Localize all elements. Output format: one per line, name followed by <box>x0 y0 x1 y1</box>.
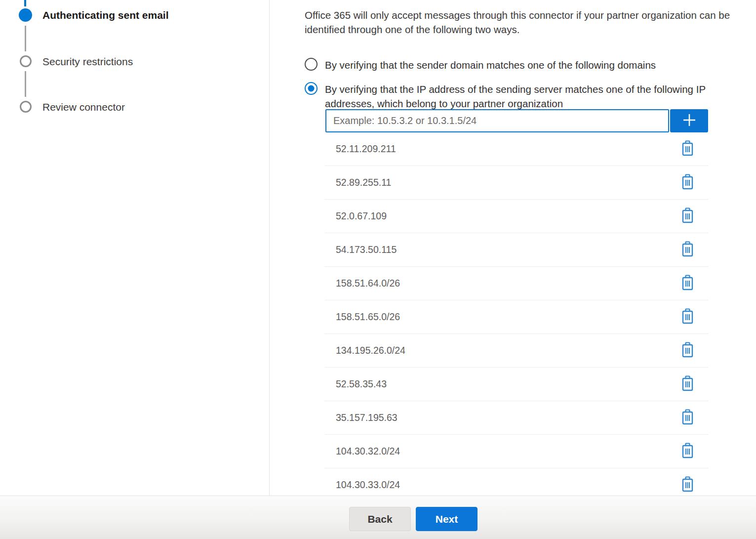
stepper-connector <box>25 26 26 51</box>
ip-value: 52.58.35.43 <box>324 378 679 390</box>
delete-ip-button[interactable] <box>679 274 696 293</box>
delete-ip-button[interactable] <box>679 476 696 495</box>
trash-icon <box>681 409 694 426</box>
ip-row: 52.58.35.43 <box>324 368 709 401</box>
step-label: Authenticating sent email <box>42 9 169 21</box>
back-button[interactable]: Back <box>349 507 411 531</box>
trash-icon <box>681 342 694 359</box>
step-upcoming-dot <box>20 55 32 67</box>
ip-row: 158.51.65.0/26 <box>324 300 709 334</box>
delete-ip-button[interactable] <box>679 375 696 394</box>
trash-icon <box>681 476 694 494</box>
ip-entry-row <box>325 109 708 132</box>
intro-text: Office 365 will only accept messages thr… <box>305 8 756 37</box>
ip-row: 52.89.255.11 <box>324 166 709 200</box>
ip-list: 52.11.209.211 52.89.255.11 <box>324 132 709 496</box>
ip-value: 104.30.33.0/24 <box>324 479 679 491</box>
ip-address-input[interactable] <box>325 109 669 132</box>
ip-row: 104.30.33.0/24 <box>324 468 709 496</box>
ip-row: 158.51.64.0/26 <box>324 267 709 300</box>
add-ip-button[interactable] <box>670 109 708 132</box>
ip-row: 52.0.67.109 <box>324 200 709 233</box>
trash-icon <box>681 275 694 292</box>
trash-icon <box>681 308 694 326</box>
wizard-body: Authenticating sent email Security restr… <box>0 0 756 496</box>
stepper-connector <box>25 71 26 97</box>
ip-row: 35.157.195.63 <box>324 401 709 435</box>
delete-ip-button[interactable] <box>679 442 696 461</box>
wizard-footer: Back Next <box>0 496 756 539</box>
delete-ip-button[interactable] <box>679 341 696 360</box>
ip-value: 54.173.50.115 <box>324 244 679 255</box>
radio-label: By verifying that the IP address of the … <box>325 82 735 111</box>
step-active-dot <box>19 8 32 22</box>
trash-icon <box>681 375 694 393</box>
option-sender-domain[interactable]: By verifying that the sender domain matc… <box>305 58 656 72</box>
step-upcoming-dot <box>20 101 32 113</box>
trash-icon <box>681 241 694 258</box>
next-button[interactable]: Next <box>416 507 477 531</box>
ip-value: 52.0.67.109 <box>324 210 679 222</box>
step-label: Security restrictions <box>42 56 133 68</box>
delete-ip-button[interactable] <box>679 173 696 192</box>
step-label: Review connector <box>42 101 125 113</box>
option-ip-address[interactable]: By verifying that the IP address of the … <box>305 82 735 111</box>
ip-value: 158.51.64.0/26 <box>324 278 679 289</box>
wizard-content-panel: Office 365 will only accept messages thr… <box>270 0 756 496</box>
trash-icon <box>681 174 694 191</box>
delete-ip-button[interactable] <box>679 140 696 159</box>
ip-value: 35.157.195.63 <box>324 412 679 423</box>
ip-value: 134.195.26.0/24 <box>324 345 679 356</box>
trash-icon <box>681 140 694 158</box>
radio-unselected[interactable] <box>305 58 318 71</box>
ip-row: 52.11.209.211 <box>324 132 709 166</box>
ip-value: 158.51.65.0/26 <box>324 311 679 323</box>
plus-icon <box>681 112 697 129</box>
ip-value: 52.11.209.211 <box>324 143 679 155</box>
ip-row: 104.30.32.0/24 <box>324 435 709 468</box>
ip-row: 134.195.26.0/24 <box>324 334 709 368</box>
ip-value: 52.89.255.11 <box>324 177 679 188</box>
delete-ip-button[interactable] <box>679 241 696 259</box>
ip-value: 104.30.32.0/24 <box>324 446 679 457</box>
delete-ip-button[interactable] <box>679 308 696 327</box>
ip-row: 54.173.50.115 <box>324 233 709 267</box>
radio-label: By verifying that the sender domain matc… <box>325 58 656 72</box>
radio-selected[interactable] <box>305 82 318 95</box>
stepper-connector-top <box>24 0 26 6</box>
delete-ip-button[interactable] <box>679 207 696 226</box>
trash-icon <box>681 207 694 225</box>
trash-icon <box>681 443 694 460</box>
wizard-stepper-panel: Authenticating sent email Security restr… <box>0 0 270 496</box>
delete-ip-button[interactable] <box>679 409 696 427</box>
